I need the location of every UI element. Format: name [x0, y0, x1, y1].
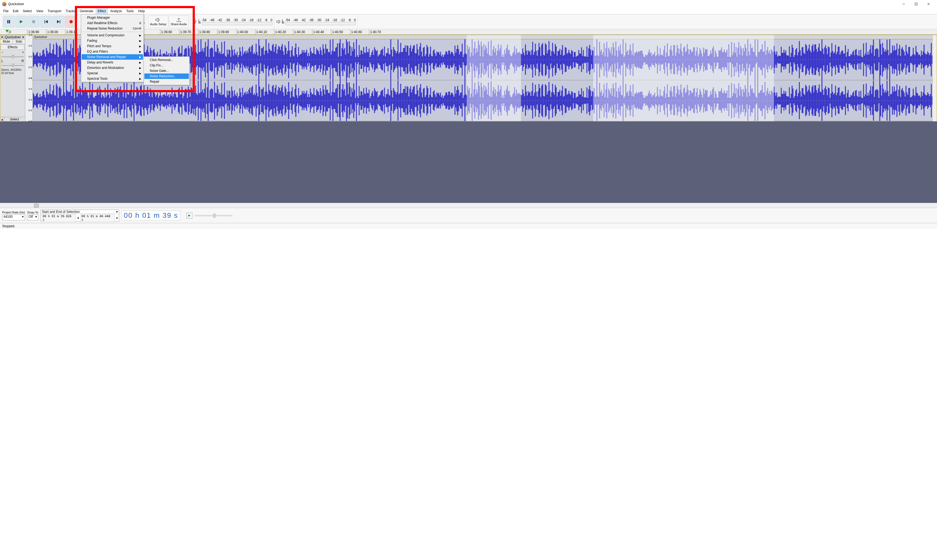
close-button[interactable]: [922, 0, 935, 8]
effect-menu-dropdown: Plugin ManagerAdd Realtime EffectsERepea…: [81, 14, 144, 82]
audio-setup-button[interactable]: Audio Setup: [148, 15, 168, 28]
timeline-tick: 1:40.50: [331, 29, 343, 34]
titlebar: Quicksilver: [0, 0, 937, 8]
menu-tools[interactable]: Tools: [124, 8, 136, 14]
menu-item[interactable]: Delay and Reverb▶: [82, 60, 143, 65]
submenu-item[interactable]: Noise Reduction...: [144, 74, 189, 79]
menu-item[interactable]: Plugin Manager: [82, 15, 143, 20]
selection-region-2[interactable]: [593, 35, 774, 121]
submenu-item[interactable]: Repair: [144, 79, 189, 84]
track-select-button[interactable]: Select: [4, 117, 25, 121]
submenu-item[interactable]: Clip Fix...: [144, 63, 189, 68]
selection-end-field[interactable]: 00 h 01 m 40.448 s: [80, 214, 114, 222]
maximize-button[interactable]: [910, 0, 922, 8]
menu-generate[interactable]: Generate: [78, 8, 96, 14]
project-rate-label: Project Rate (Hz): [2, 211, 25, 214]
status-bar: Stopped.: [0, 223, 937, 229]
timeline-tick: 1:40.00: [236, 29, 248, 34]
amplitude-scale: 1.00.50.0-0.5-1.0 1.00.50.0-0.5-1.0: [25, 35, 33, 121]
horizontal-scrollbar[interactable]: [0, 203, 937, 208]
svg-point-12: [69, 20, 73, 23]
solo-button[interactable]: Solo: [13, 39, 25, 44]
minimize-button[interactable]: [897, 0, 910, 8]
noise-removal-submenu: Click Removal...Clip Fix...Noise Gate...…: [143, 56, 190, 85]
timeline-tick: 1:39.70: [179, 29, 191, 34]
track-name[interactable]: Quicksilver: [4, 35, 21, 39]
play-at-speed-button[interactable]: [186, 212, 193, 218]
stop-button[interactable]: [28, 16, 40, 28]
track-menu-button[interactable]: ▾: [21, 35, 25, 39]
window-title: Quicksilver: [8, 2, 24, 6]
svg-rect-14: [194, 20, 196, 22]
speaker-icon: [156, 18, 161, 22]
play-button[interactable]: [15, 16, 27, 28]
menu-item[interactable]: Fading▶: [82, 38, 143, 43]
menu-item[interactable]: Volume and Compression▶: [82, 32, 143, 38]
menu-item[interactable]: Special▶: [82, 71, 143, 76]
timeline-tick: 1:39.60: [160, 29, 172, 34]
snap-to-select[interactable]: Off▾: [27, 214, 38, 220]
submenu-item[interactable]: Click Removal...: [144, 57, 189, 63]
skip-end-button[interactable]: [52, 16, 65, 28]
skip-start-button[interactable]: [40, 16, 52, 28]
menu-item[interactable]: Distortion and Modulation▶: [82, 65, 143, 71]
svg-marker-9: [45, 20, 48, 23]
empty-track-area[interactable]: [0, 122, 937, 203]
menu-item[interactable]: Repeat Noise ReductionCtrl+R: [82, 26, 143, 31]
svg-rect-4: [7, 20, 8, 23]
menu-item[interactable]: Noise Removal and Repair▶: [82, 54, 143, 60]
record-button[interactable]: [65, 16, 77, 28]
mic-icon: [193, 20, 197, 24]
track-close-button[interactable]: ✕: [0, 35, 4, 39]
speaker-small-icon: [276, 20, 281, 24]
timeline-tick: 1:40.10: [255, 29, 267, 34]
selection-start-field[interactable]: 00 h 01 m 39.826 s: [42, 214, 76, 222]
mute-button[interactable]: Mute: [0, 39, 13, 44]
timeline-tick: 1:40.70: [369, 29, 381, 34]
menu-transport[interactable]: Transport: [45, 8, 63, 14]
menu-item[interactable]: Pitch and Tempo▶: [82, 43, 143, 49]
gain-slider[interactable]: −+: [0, 51, 25, 59]
submenu-item[interactable]: Noise Gate...: [144, 68, 189, 74]
menu-tracks[interactable]: Tracks: [63, 8, 78, 14]
timeline-tick: 1:40.20: [274, 29, 286, 34]
snap-to-label: Snap-To: [27, 211, 38, 214]
selection-mode-select[interactable]: Start and End of Selection: [42, 210, 80, 214]
project-rate-select[interactable]: 44100▾: [2, 214, 25, 220]
menu-view[interactable]: View: [34, 8, 45, 14]
pan-slider[interactable]: LR: [0, 59, 25, 68]
menu-item[interactable]: Add Realtime EffectsE: [82, 20, 143, 26]
pause-button[interactable]: [3, 16, 15, 28]
record-meter[interactable]: LR -54-48-42-36-30-24-18-12-60: [191, 14, 274, 29]
status-text: Stopped.: [2, 224, 15, 228]
playback-speed-slider[interactable]: [194, 215, 233, 216]
effects-button[interactable]: Effects: [1, 45, 25, 50]
share-audio-button[interactable]: Share Audio: [169, 15, 189, 28]
svg-marker-2018: [188, 214, 191, 217]
timeline-tick: 1:40.30: [293, 29, 305, 34]
track-control-panel[interactable]: ✕ Quicksilver ▾ Mute Solo Effects −+ LR …: [0, 35, 25, 121]
svg-marker-13: [156, 18, 158, 22]
menu-help[interactable]: Help: [136, 8, 147, 14]
menu-item[interactable]: Spectral Tools▶: [82, 76, 143, 82]
svg-rect-1: [915, 3, 917, 5]
share-icon: [176, 18, 182, 22]
vertical-scrollbar[interactable]: [932, 35, 937, 121]
selection-region-1[interactable]: [467, 35, 521, 121]
svg-rect-10: [60, 20, 60, 23]
time-display[interactable]: 00 h 01 m 39 s: [121, 211, 180, 220]
timeline-tick: 1:39.80: [198, 29, 210, 34]
menu-file[interactable]: File: [1, 8, 11, 14]
play-meter[interactable]: LR -54-48-42-36-30-24-18-12-60: [275, 14, 358, 29]
menu-select[interactable]: Select: [21, 8, 34, 14]
timeline-tick: 1:39.00: [46, 29, 58, 34]
menu-effect[interactable]: Effect: [96, 8, 108, 14]
play-at-speed-group: [186, 212, 233, 218]
menu-item[interactable]: EQ and Filters▶: [82, 49, 143, 54]
menu-analyze[interactable]: Analyze: [108, 8, 124, 14]
collapse-button[interactable]: ▴: [0, 117, 4, 121]
menubar: FileEditSelectViewTransportTracksGenerat…: [0, 8, 937, 14]
svg-rect-5: [9, 20, 10, 23]
menu-edit[interactable]: Edit: [11, 8, 21, 14]
svg-rect-8: [45, 20, 45, 23]
